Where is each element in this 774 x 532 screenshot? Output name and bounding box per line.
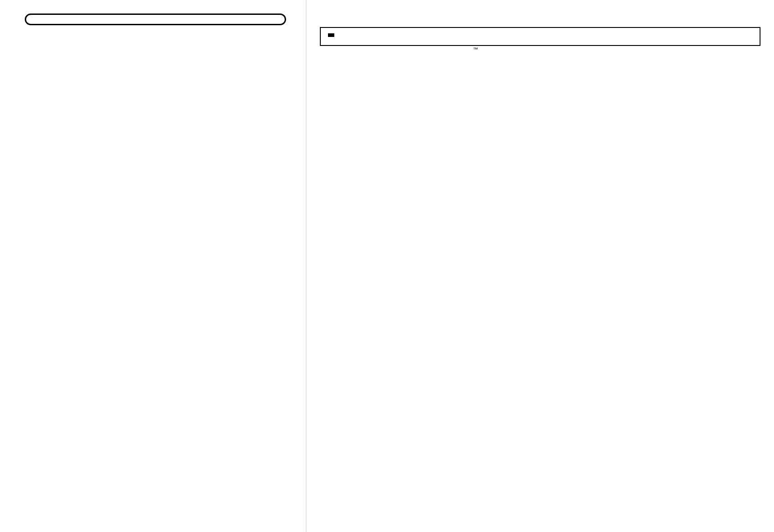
title-box [25, 14, 286, 25]
clues-container [18, 38, 292, 505]
across-column [18, 38, 153, 505]
trivia-logo [328, 33, 335, 37]
trivia-header [328, 33, 752, 37]
footer-puzzle-experts: ™ [473, 46, 478, 55]
right-page: ™ [306, 0, 774, 532]
left-page [0, 0, 306, 532]
down-column [158, 38, 293, 505]
trivia-box [320, 27, 760, 46]
trivia-logo-box [328, 33, 334, 37]
